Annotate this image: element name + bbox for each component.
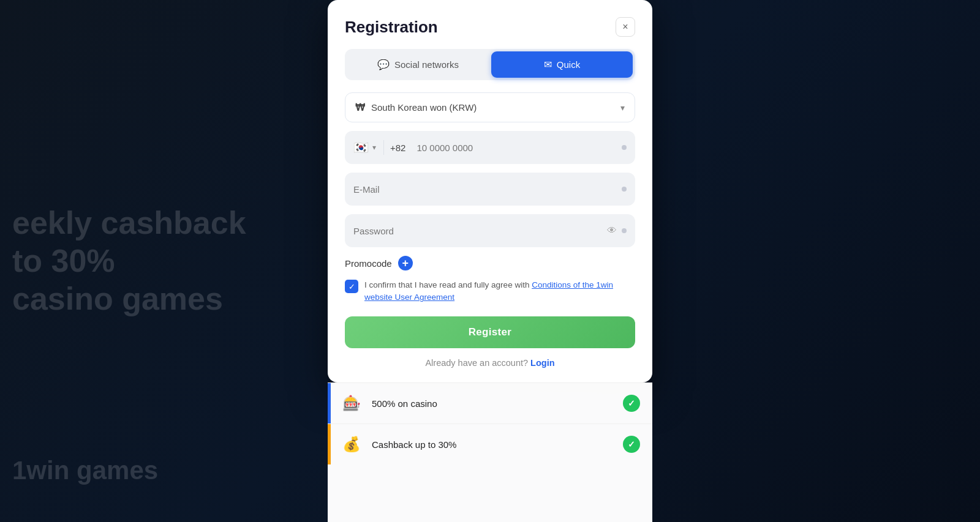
password-input-group: 👁 bbox=[345, 214, 635, 247]
password-field[interactable] bbox=[353, 226, 607, 236]
already-have-account-text: Already have an account? bbox=[425, 358, 528, 368]
tab-social-label: Social networks bbox=[394, 59, 459, 70]
close-button[interactable]: × bbox=[616, 17, 635, 37]
tab-social-networks[interactable]: 💬 Social networks bbox=[347, 51, 489, 78]
phone-number-input[interactable] bbox=[412, 143, 622, 153]
chevron-down-icon: ▾ bbox=[620, 103, 625, 113]
register-button[interactable]: Register bbox=[345, 316, 635, 348]
quick-icon: ✉ bbox=[544, 59, 552, 70]
flag-selector[interactable]: 🇰🇷 ▾ bbox=[353, 140, 384, 155]
flag-icon: 🇰🇷 bbox=[353, 140, 369, 155]
currency-selector[interactable]: ₩ South Korean won (KRW) ▾ bbox=[345, 92, 635, 122]
social-icon: 💬 bbox=[377, 59, 390, 70]
promocode-row: Promocode + bbox=[345, 256, 635, 270]
accent-bar bbox=[328, 383, 331, 423]
check-badge-casino: ✓ bbox=[623, 395, 640, 412]
agreement-row: ✓ I confirm that I have read and fully a… bbox=[345, 279, 635, 304]
email-field[interactable] bbox=[353, 184, 622, 195]
accent-bar-yellow bbox=[328, 424, 331, 464]
email-input-group bbox=[345, 173, 635, 206]
flag-chevron-icon: ▾ bbox=[372, 143, 376, 152]
currency-left: ₩ South Korean won (KRW) bbox=[355, 102, 477, 113]
required-indicator bbox=[622, 145, 627, 150]
check-badge-cashback: ✓ bbox=[623, 436, 640, 453]
add-promocode-button[interactable]: + bbox=[398, 256, 413, 270]
currency-symbol: ₩ bbox=[355, 102, 365, 113]
phone-code: +82 bbox=[384, 143, 412, 153]
cashback-icon: 💰 bbox=[340, 433, 363, 456]
currency-name: South Korean won (KRW) bbox=[371, 102, 477, 113]
tab-group: 💬 Social networks ✉ Quick bbox=[345, 49, 635, 80]
promo-item-casino: 🎰 500% on casino ✓ bbox=[328, 383, 652, 424]
promocode-label: Promocode bbox=[345, 258, 392, 269]
agreement-text: I confirm that I have read and fully agr… bbox=[364, 279, 635, 304]
eye-toggle-icon[interactable]: 👁 bbox=[607, 225, 617, 236]
casino-icon: 🎰 bbox=[340, 392, 363, 415]
tab-quick-label: Quick bbox=[557, 59, 580, 70]
promo-cards: 🎰 500% on casino ✓ 💰 Cashback up to 30% … bbox=[328, 382, 652, 522]
promo-casino-text: 500% on casino bbox=[372, 398, 614, 409]
promo-cashback-text: Cashback up to 30% bbox=[372, 439, 614, 450]
login-link[interactable]: Login bbox=[530, 358, 554, 368]
promo-item-cashback: 💰 Cashback up to 30% ✓ bbox=[328, 424, 652, 464]
phone-input-group: 🇰🇷 ▾ +82 bbox=[345, 131, 635, 164]
registration-modal: Registration × 💬 Social networks ✉ Quick… bbox=[328, 0, 652, 382]
required-indicator-password bbox=[622, 228, 627, 233]
agreement-checkbox[interactable]: ✓ bbox=[345, 280, 358, 293]
login-row: Already have an account? Login bbox=[345, 358, 635, 368]
modal-header: Registration × bbox=[345, 17, 635, 37]
tab-quick[interactable]: ✉ Quick bbox=[491, 51, 633, 78]
modal-title: Registration bbox=[345, 18, 438, 37]
required-indicator-email bbox=[622, 187, 627, 192]
